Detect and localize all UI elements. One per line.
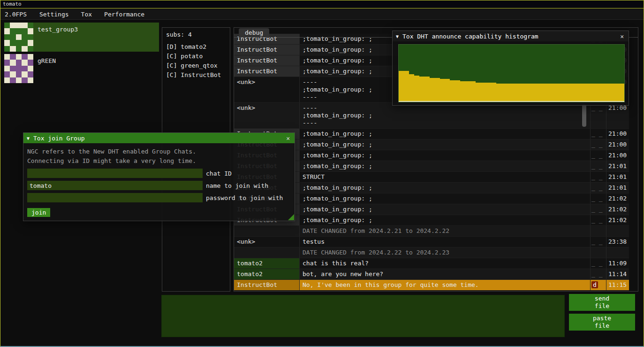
group-name: test_group3 bbox=[38, 26, 78, 52]
close-icon[interactable]: ✕ bbox=[619, 33, 625, 40]
member-item[interactable]: [C] green_qtox bbox=[162, 61, 230, 70]
send-file-button[interactable]: send file bbox=[569, 294, 635, 311]
join-info-line: NGC refers to the New DHT enabled Group … bbox=[27, 147, 291, 156]
histogram-bar bbox=[460, 81, 465, 102]
message-sender: InstructBot bbox=[234, 66, 300, 77]
join-window-titlebar[interactable]: ▼ Tox join Group ✕ bbox=[23, 133, 295, 143]
tab-debug[interactable]: debug bbox=[239, 28, 269, 38]
message-row[interactable]: tomato2chat is this real?_ _11:09 bbox=[234, 258, 629, 269]
avatar-pixel bbox=[28, 66, 33, 71]
message-flags: _ _ bbox=[590, 139, 606, 150]
member-list: [D] tomato2[C] potato[C] green_qtox[C] I… bbox=[162, 42, 230, 80]
date-row-name bbox=[234, 247, 300, 258]
date-row-text: DATE CHANGED from 2024.2.21 to 2024.2.22 bbox=[300, 226, 590, 236]
date-row-text: DATE CHANGED from 2024.2.22 to 2024.2.23 bbox=[300, 247, 590, 258]
avatar-pixel bbox=[22, 71, 27, 77]
message-text: ;tomato_in_group: ; bbox=[300, 150, 590, 161]
join-info: NGC refers to the New DHT enabled Group … bbox=[27, 147, 291, 166]
message-flags: _ _ bbox=[590, 103, 606, 128]
join-input-password-to-join-with[interactable] bbox=[27, 193, 203, 202]
avatar-pixel bbox=[4, 28, 10, 34]
menu-item-performance[interactable]: Performance bbox=[98, 11, 151, 18]
message-time: 21:01 bbox=[606, 161, 629, 171]
avatar-pixel bbox=[10, 71, 15, 77]
histogram-bar bbox=[414, 76, 419, 102]
histogram-window-title: Tox DHT announce capability histogram bbox=[402, 33, 619, 40]
avatar-pixel bbox=[16, 60, 22, 65]
menu-item-settings[interactable]: Settings bbox=[33, 11, 75, 18]
avatar-pixel bbox=[10, 28, 15, 34]
paste-file-button[interactable]: paste file bbox=[569, 314, 635, 331]
histogram-plot bbox=[398, 44, 625, 102]
composer-input[interactable] bbox=[161, 295, 565, 337]
message-flags: _ _ bbox=[590, 172, 606, 182]
group-item[interactable]: test_group3 bbox=[4, 23, 159, 52]
group-item[interactable]: gREEN bbox=[4, 54, 159, 83]
message-text: ;tomato_in_group: ; bbox=[300, 193, 590, 204]
avatar-pixel bbox=[16, 40, 22, 46]
histogram-bar bbox=[399, 71, 404, 102]
histogram-window-titlebar[interactable]: ▼ Tox DHT announce capability histogram … bbox=[393, 31, 629, 41]
message-row[interactable]: <unk>---- ;tomato_in_group: ; ----_ _21:… bbox=[234, 103, 629, 129]
collapse-icon[interactable]: ▼ bbox=[396, 34, 399, 39]
message-text: ;tomato_in_group: ; bbox=[300, 204, 590, 215]
group-name: gREEN bbox=[38, 57, 56, 83]
message-time: 21:00 bbox=[606, 139, 629, 150]
group-list: test_group3gREEN bbox=[4, 23, 159, 85]
message-flags: _ _ bbox=[590, 183, 606, 193]
message-time: 21:00 bbox=[606, 103, 629, 128]
join-field-label: name to join with bbox=[206, 182, 268, 189]
message-row[interactable]: InstructBotNo, I've been in this group f… bbox=[234, 280, 629, 291]
message-scrollbar[interactable] bbox=[582, 104, 586, 127]
avatar-pixel bbox=[22, 46, 27, 52]
message-text: STRUCT bbox=[300, 172, 590, 182]
histogram-bar bbox=[573, 84, 578, 102]
histogram-bar bbox=[542, 84, 547, 102]
avatar-pixel bbox=[22, 40, 27, 46]
histogram-bar bbox=[589, 84, 594, 102]
histogram-bar bbox=[517, 84, 522, 102]
join-field-label: chat ID bbox=[206, 170, 232, 177]
avatar-pixel bbox=[28, 60, 33, 65]
join-field: password to join with bbox=[27, 193, 291, 202]
collapse-icon[interactable]: ▼ bbox=[27, 136, 30, 141]
resize-grip[interactable] bbox=[288, 214, 294, 220]
histogram-bar bbox=[532, 84, 537, 102]
avatar-pixel bbox=[22, 66, 27, 71]
avatar-pixel bbox=[22, 28, 27, 34]
menu-item-tox[interactable]: Tox bbox=[75, 11, 98, 18]
avatar-pixel bbox=[16, 71, 22, 77]
message-sender: <unk> bbox=[234, 237, 300, 247]
date-row-flags bbox=[590, 247, 606, 258]
join-input-name-to-join-with[interactable] bbox=[27, 181, 203, 190]
message-flags: _ _ bbox=[590, 215, 606, 225]
close-icon[interactable]: ✕ bbox=[285, 135, 291, 142]
avatar-pixel bbox=[10, 54, 15, 60]
histogram-bar bbox=[501, 84, 507, 102]
message-sender: <unk> bbox=[234, 77, 300, 102]
avatar-pixel bbox=[16, 77, 22, 83]
avatar-pixel bbox=[22, 60, 27, 65]
message-time: 11:15 bbox=[606, 280, 629, 290]
group-avatar bbox=[4, 23, 33, 52]
message-sender: tomato2 bbox=[234, 258, 300, 269]
member-item[interactable]: [C] InstructBot bbox=[162, 70, 230, 80]
member-item[interactable]: [D] tomato2 bbox=[162, 42, 230, 52]
join-field: chat ID bbox=[27, 169, 291, 178]
histogram-bar bbox=[455, 80, 460, 102]
message-time: 21:02 bbox=[606, 193, 629, 204]
join-input-chat-ID[interactable] bbox=[27, 169, 203, 178]
message-row[interactable]: tomato2bot, are you new here?_ _11:14 bbox=[234, 269, 629, 280]
member-item[interactable]: [C] potato bbox=[162, 52, 230, 61]
message-flags: _ _ bbox=[590, 258, 606, 269]
message-time: 21:01 bbox=[606, 172, 629, 182]
histogram-bar bbox=[481, 83, 486, 102]
avatar-pixel bbox=[4, 77, 10, 83]
avatar-pixel bbox=[28, 28, 33, 34]
message-row[interactable]: <unk>testus_ _23:38 bbox=[234, 237, 629, 247]
avatar-pixel bbox=[16, 54, 22, 60]
date-row-time bbox=[606, 247, 629, 258]
avatar-pixel bbox=[22, 77, 27, 83]
message-time: 11:09 bbox=[606, 258, 629, 269]
join-button[interactable]: join bbox=[27, 208, 50, 217]
